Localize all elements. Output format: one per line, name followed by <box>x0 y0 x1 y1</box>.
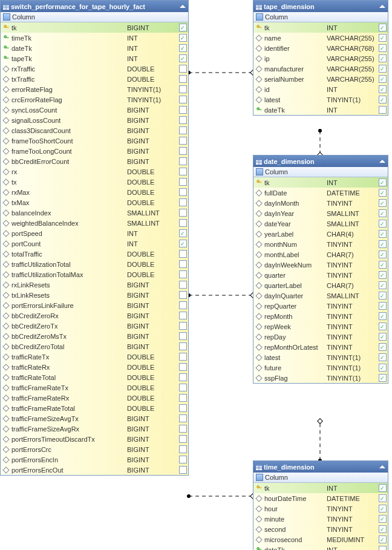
notnull-cell[interactable] <box>178 168 187 175</box>
notnull-cell[interactable]: ✓ <box>178 34 187 42</box>
notnull-cell[interactable] <box>178 353 187 361</box>
column-row[interactable]: dayInYearSMALLINT✓ <box>253 208 388 218</box>
column-row[interactable]: txDOUBLE <box>1 177 188 187</box>
column-row[interactable]: rxDOUBLE <box>1 166 188 177</box>
column-row[interactable]: trafficUtilizationTotalMaxDOUBLE <box>1 269 188 280</box>
notnull-cell[interactable]: ✓ <box>378 178 387 186</box>
notnull-cell[interactable]: ✓ <box>378 220 387 228</box>
notnull-cell[interactable]: ✓ <box>378 353 387 361</box>
column-row[interactable]: syncLossCountBIGINT <box>1 105 188 115</box>
column-row[interactable]: portErrorsEncInBIGINT <box>1 454 188 465</box>
notnull-cell[interactable] <box>178 250 187 258</box>
notnull-cell[interactable] <box>178 456 187 463</box>
notnull-cell[interactable]: ✓ <box>378 230 387 238</box>
column-row[interactable]: repQuarterTINYINT✓ <box>253 301 388 311</box>
notnull-cell[interactable]: ✓ <box>378 302 387 310</box>
notnull-cell[interactable]: ✓ <box>378 199 387 207</box>
column-row[interactable]: errorRateFlagTINYINT(1) <box>1 84 188 94</box>
notnull-cell[interactable]: ✓ <box>378 54 387 62</box>
column-row[interactable]: repMonthTINYINT✓ <box>253 311 388 321</box>
notnull-cell[interactable] <box>178 312 187 319</box>
column-row[interactable]: totalTrafficDOUBLE <box>1 249 188 259</box>
column-row[interactable]: rxLinkResetsBIGINT <box>1 280 188 290</box>
notnull-cell[interactable] <box>178 198 187 206</box>
column-row[interactable]: portErrorsTimeoutDiscardTxBIGINT <box>1 434 188 444</box>
notnull-cell[interactable]: ✓ <box>378 281 387 289</box>
notnull-cell[interactable] <box>178 404 187 412</box>
column-row[interactable]: monthLabelCHAR(7)✓ <box>253 249 388 260</box>
notnull-cell[interactable]: ✓ <box>378 240 387 248</box>
column-row[interactable]: txMaxDOUBLE <box>1 197 188 208</box>
notnull-cell[interactable]: ✓ <box>378 271 387 279</box>
table-time[interactable]: time_dimensionColumntkINT✓hourDateTimeDA… <box>253 460 388 550</box>
notnull-cell[interactable]: ✓ <box>378 261 387 269</box>
notnull-cell[interactable]: ✓ <box>378 85 387 93</box>
column-row[interactable]: idINT✓ <box>253 84 388 94</box>
column-row[interactable]: identifierVARCHAR(768)✓ <box>253 43 388 53</box>
notnull-cell[interactable]: ✓ <box>378 484 387 492</box>
column-row[interactable]: portCountINT✓ <box>1 238 188 249</box>
notnull-cell[interactable]: ✓ <box>178 229 187 237</box>
notnull-cell[interactable]: ✓ <box>378 322 387 330</box>
column-row[interactable]: latestTINYINT(1)✓ <box>253 94 388 105</box>
notnull-cell[interactable]: ✓ <box>378 312 387 320</box>
column-row[interactable]: yearLabelCHAR(4)✓ <box>253 229 388 239</box>
column-row[interactable]: ipVARCHAR(255)✓ <box>253 53 388 64</box>
column-row[interactable]: quarterLabelCHAR(7)✓ <box>253 280 388 290</box>
collapse-icon[interactable] <box>379 465 385 468</box>
table-header[interactable]: date_dimension <box>253 156 388 167</box>
column-row[interactable]: dayInWeekNumTINYINT✓ <box>253 260 388 270</box>
column-row[interactable]: manufacturerVARCHAR(255)✓ <box>253 64 388 74</box>
column-row[interactable]: trafficRateTotalDOUBLE <box>1 372 188 382</box>
column-row[interactable]: portErrorsCrcBIGINT <box>1 444 188 454</box>
notnull-cell[interactable]: ✓ <box>378 44 387 52</box>
notnull-cell[interactable] <box>178 219 187 227</box>
column-row[interactable]: txLinkResetsBIGINT <box>1 290 188 300</box>
column-row[interactable]: weightedBalanceIndexSMALLINT <box>1 218 188 228</box>
table-header[interactable]: tape_dimension <box>253 1 388 12</box>
notnull-cell[interactable] <box>178 270 187 278</box>
column-row[interactable]: trafficFrameRateTxDOUBLE <box>1 382 188 393</box>
column-row[interactable]: dateTkINT <box>253 545 388 550</box>
notnull-cell[interactable] <box>178 342 187 350</box>
notnull-cell[interactable] <box>178 209 187 217</box>
column-row[interactable]: repWeekTINYINT✓ <box>253 321 388 332</box>
notnull-cell[interactable]: ✓ <box>378 34 387 42</box>
notnull-cell[interactable]: ✓ <box>378 494 387 502</box>
notnull-cell[interactable]: ✓ <box>178 44 187 52</box>
column-row[interactable]: signalLossCountBIGINT <box>1 115 188 125</box>
notnull-cell[interactable]: ✓ <box>378 292 387 300</box>
table-header[interactable]: switch_performance_for_tape_hourly_fact <box>1 1 188 12</box>
column-row[interactable]: repDayTINYINT✓ <box>253 332 388 342</box>
notnull-cell[interactable] <box>178 157 187 165</box>
notnull-cell[interactable] <box>178 322 187 330</box>
notnull-cell[interactable]: ✓ <box>378 535 387 543</box>
column-row[interactable]: trafficFrameRateRxDOUBLE <box>1 393 188 403</box>
column-row[interactable]: repMonthOrLatestTINYINT✓ <box>253 342 388 352</box>
notnull-cell[interactable] <box>178 260 187 268</box>
notnull-cell[interactable] <box>178 188 187 196</box>
column-row[interactable]: portSpeedINT✓ <box>1 228 188 238</box>
collapse-icon[interactable] <box>379 5 385 8</box>
column-row[interactable]: sspFlagTINYINT(1)✓ <box>253 373 388 383</box>
notnull-cell[interactable] <box>178 137 187 145</box>
column-row[interactable]: tkINT✓ <box>253 483 388 493</box>
column-row[interactable]: tkBIGINT✓ <box>1 22 188 33</box>
column-row[interactable]: frameTooShortCountBIGINT <box>1 136 188 146</box>
notnull-cell[interactable]: ✓ <box>378 525 387 533</box>
column-row[interactable]: fullDateDATETIME✓ <box>253 188 388 198</box>
notnull-cell[interactable]: ✓ <box>378 209 387 217</box>
column-row[interactable]: serialNumberVARCHAR(255)✓ <box>253 74 388 84</box>
column-row[interactable]: timeTkINT✓ <box>1 33 188 43</box>
column-row[interactable]: microsecondMEDIUMINT✓ <box>253 534 388 545</box>
notnull-cell[interactable] <box>178 363 187 371</box>
column-row[interactable]: dateTkINT✓ <box>1 43 188 53</box>
column-row[interactable]: nameVARCHAR(255)✓ <box>253 33 388 43</box>
column-row[interactable]: latestTINYINT(1)✓ <box>253 352 388 362</box>
notnull-cell[interactable]: ✓ <box>378 343 387 351</box>
notnull-cell[interactable] <box>178 147 187 155</box>
notnull-cell[interactable] <box>178 126 187 134</box>
notnull-cell[interactable] <box>178 116 187 124</box>
column-row[interactable]: trafficUtilizationTotalDOUBLE <box>1 259 188 269</box>
column-row[interactable]: bbCreditErrorCountBIGINT <box>1 156 188 166</box>
